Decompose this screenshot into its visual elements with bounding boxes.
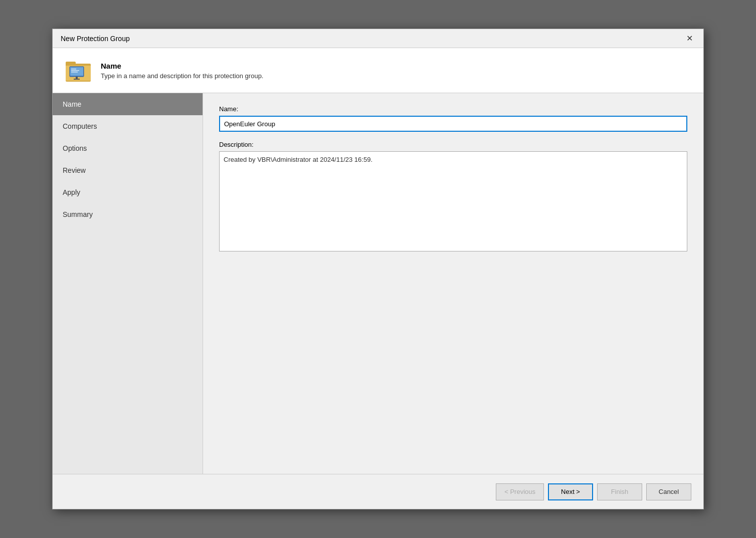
description-label: Description: — [219, 141, 687, 148]
sidebar-item-name[interactable]: Name — [53, 93, 203, 115]
cancel-button[interactable]: Cancel — [646, 483, 691, 500]
svg-rect-4 — [70, 67, 83, 76]
header-description: Type in a name and description for this … — [101, 72, 263, 80]
header-title: Name — [101, 62, 263, 70]
main-panel: Name: Description: — [203, 93, 703, 474]
close-button[interactable]: ✕ — [683, 33, 695, 45]
new-protection-group-dialog: New Protection Group ✕ — [52, 29, 704, 509]
sidebar-item-computers[interactable]: Computers — [53, 115, 203, 137]
sidebar-item-apply[interactable]: Apply — [53, 181, 203, 203]
description-textarea[interactable] — [219, 151, 687, 251]
next-button[interactable]: Next > — [548, 483, 593, 500]
svg-rect-8 — [71, 70, 79, 71]
content-area: Name Computers Options Review Apply Summ… — [53, 93, 703, 474]
folder-monitor-icon — [65, 57, 93, 85]
previous-button[interactable]: < Previous — [496, 483, 544, 500]
name-input[interactable] — [219, 116, 687, 132]
header-area: Name Type in a name and description for … — [53, 48, 703, 93]
sidebar: Name Computers Options Review Apply Summ… — [53, 93, 203, 474]
header-text: Name Type in a name and description for … — [101, 62, 263, 80]
svg-rect-7 — [71, 69, 76, 70]
svg-rect-6 — [74, 79, 80, 80]
footer: < Previous Next > Finish Cancel — [53, 474, 703, 509]
sidebar-item-review[interactable]: Review — [53, 159, 203, 181]
svg-rect-1 — [66, 62, 76, 66]
svg-rect-9 — [71, 72, 78, 73]
name-label: Name: — [219, 105, 687, 113]
sidebar-item-summary[interactable]: Summary — [53, 203, 203, 225]
finish-button[interactable]: Finish — [597, 483, 642, 500]
sidebar-item-options[interactable]: Options — [53, 137, 203, 159]
header-icon — [65, 57, 93, 85]
dialog-title: New Protection Group — [61, 35, 130, 43]
title-bar: New Protection Group ✕ — [53, 29, 703, 48]
